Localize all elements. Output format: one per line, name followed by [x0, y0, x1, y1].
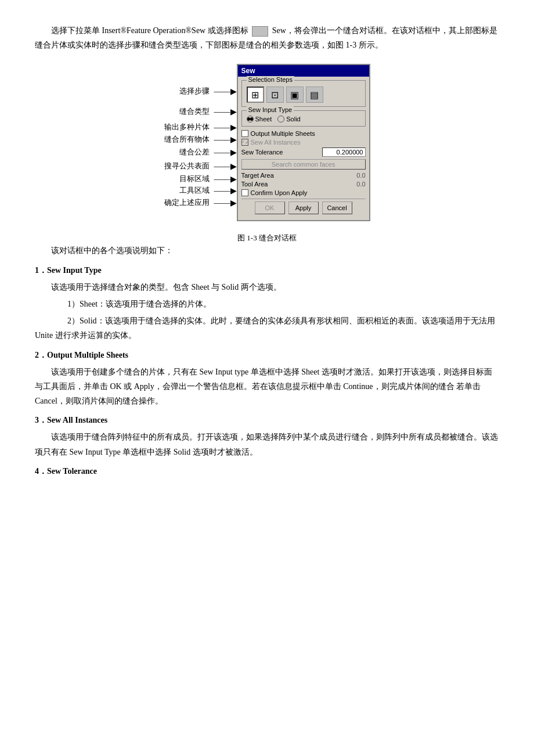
s3-title: 3．Sew All Instances: [35, 413, 499, 427]
step-icon-4[interactable]: ▤: [306, 87, 323, 103]
s2-body: 该选项用于创建多个缝合的片体，只有在 Sew Input type 单选框中选择…: [35, 365, 499, 409]
apply-button[interactable]: Apply: [288, 201, 319, 214]
dialog-titlebar: Sew: [238, 65, 369, 77]
dialog-buttons: OK Apply Cancel: [241, 199, 366, 217]
step-icon-1[interactable]: ⊞: [247, 87, 264, 103]
step-icon-2[interactable]: ⊡: [266, 87, 284, 103]
figure-caption: 图 1-3 缝合对话框: [35, 233, 499, 243]
sections-intro: 该对话框中的各个选项说明如下：: [35, 243, 499, 258]
target-area-row: Target Area 0.0: [241, 172, 366, 179]
sew-input-type-label: Sew Input Type: [247, 106, 294, 113]
step-icon-3[interactable]: ▣: [286, 87, 304, 103]
s1-title: 1．Sew Input Type: [35, 263, 499, 278]
selection-steps-group: Selection Steps ⊞ ⊡ ▣ ▤: [241, 80, 366, 107]
radio-sheet-label: Sheet: [255, 116, 272, 123]
ann-sew-input-type: 缝合类型: [179, 106, 210, 117]
annotations-left: 选择步骤 ——▶ 缝合类型 ——▶ 输出多种片体 ——▶ 缝合所有物体 ——▶ …: [164, 64, 237, 209]
output-multiple-label: Output Multiple Sheets: [251, 130, 315, 137]
tool-area-value: 0.0: [356, 181, 365, 188]
ann-sew-all: 缝合所有物体: [164, 134, 210, 145]
target-area-label: Target Area: [241, 172, 274, 179]
sew-input-type-group: Sew Input Type Sheet Solid: [241, 110, 366, 127]
sew-all-instances-label: Sew All Instances: [251, 139, 301, 146]
ann-output-multiple: 输出多种片体: [164, 122, 210, 132]
s1-sheet: 1）Sheet：该选项用于缝合选择的片体。: [35, 297, 499, 311]
radio-group: Sheet Solid: [247, 114, 360, 123]
ann-selection-steps: 选择步骤: [179, 86, 210, 96]
confirm-upon-apply-checkbox[interactable]: [241, 189, 248, 196]
s1-body: 该选项用于选择缝合对象的类型。包含 Sheet 与 Solid 两个选项。: [35, 280, 499, 294]
tool-area-label: Tool Area: [241, 181, 268, 188]
radio-sheet[interactable]: Sheet: [247, 116, 272, 123]
tool-area-row: Tool Area 0.0: [241, 181, 366, 188]
sew-tolerance-label: Sew Tolerance: [241, 149, 283, 156]
cancel-button[interactable]: Cancel: [322, 201, 352, 214]
radio-solid[interactable]: Solid: [277, 116, 300, 123]
ok-button[interactable]: OK: [255, 201, 285, 214]
s4-title: 4．Sew Tolerance: [35, 464, 499, 478]
selection-steps-label: Selection Steps: [247, 76, 294, 83]
radio-sheet-circle[interactable]: [247, 116, 254, 123]
output-multiple-row: Output Multiple Sheets: [241, 130, 366, 137]
selection-steps-icons: ⊞ ⊡ ▣ ▤: [247, 84, 360, 103]
s1-solid: 2）Solid：该选项用于缝合选择的实体。此时，要缝合的实体必须具有形状相同、面…: [35, 314, 499, 343]
sew-tolerance-row: Sew Tolerance 0.200000: [241, 147, 366, 157]
ann-target-area: 目标区域: [179, 174, 210, 184]
radio-solid-circle[interactable]: [277, 116, 284, 123]
target-area-value: 0.0: [356, 172, 365, 179]
sew-all-instances-row: ✓ Sew All Instances: [241, 139, 366, 146]
ann-confirm: 确定上述应用: [164, 197, 210, 208]
dialog-title: Sew: [241, 67, 255, 75]
intro-paragraph: 选择下拉菜单 Insert®Feature Operation®Sew 或选择图…: [35, 23, 499, 52]
output-multiple-checkbox[interactable]: [241, 130, 248, 137]
s3-body: 该选项用于缝合阵列特征中的所有成员。打开该选项，如果选择阵列中某个成员进行缝合，…: [35, 430, 499, 459]
confirm-upon-apply-label: Confirm Upon Apply: [251, 189, 308, 196]
ann-sew-tolerance: 缝合公差: [179, 147, 210, 157]
sew-dialog: Sew Selection Steps ⊞ ⊡ ▣ ▤ Sew Input Ty…: [237, 64, 370, 221]
ann-search-common: 搜寻公共表面: [164, 161, 210, 171]
sew-tolerance-input[interactable]: 0.200000: [322, 147, 366, 157]
section-body: 该对话框中的各个选项说明如下： 1．Sew Input Type 该选项用于选择…: [35, 243, 499, 478]
search-common-button[interactable]: Search common faces: [241, 159, 366, 170]
s2-title: 2．Output Multiple Sheets: [35, 348, 499, 362]
figure-container: 选择步骤 ——▶ 缝合类型 ——▶ 输出多种片体 ——▶ 缝合所有物体 ——▶ …: [35, 64, 499, 221]
confirm-upon-apply-row: Confirm Upon Apply: [241, 189, 366, 196]
sew-all-instances-checkbox[interactable]: ✓: [241, 139, 248, 146]
ann-tool-area: 工具区域: [179, 185, 210, 196]
radio-solid-label: Solid: [286, 116, 300, 123]
